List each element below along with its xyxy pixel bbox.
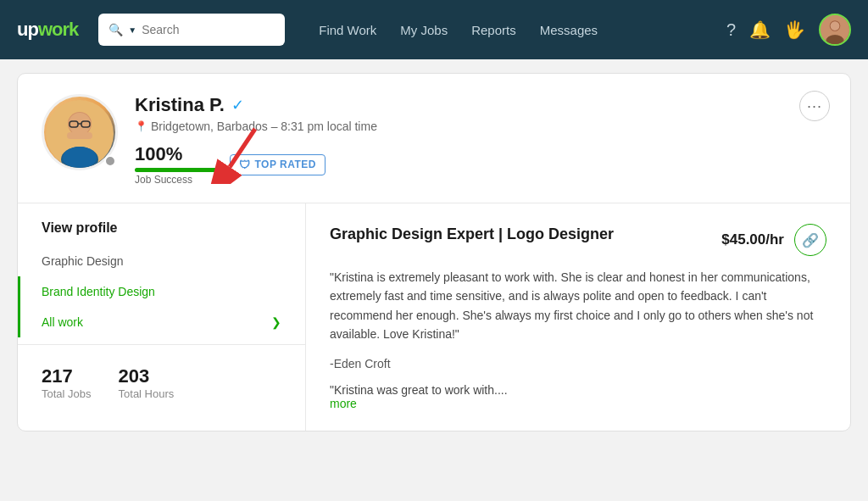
rate-link-row: $45.00/hr 🔗 bbox=[721, 224, 826, 256]
profile-right: Graphic Design Expert | Logo Designer $4… bbox=[306, 203, 850, 431]
job-success-progress-bar bbox=[135, 168, 220, 172]
cursor-button[interactable]: 🖐 bbox=[784, 19, 805, 40]
profile-card: Kristina P. ✓ 📍 Bridgetown, Barbados – 8… bbox=[17, 73, 851, 431]
total-hours-number: 203 bbox=[119, 365, 175, 387]
job-success-percent: 100% bbox=[135, 143, 220, 165]
chevron-right-icon: ❯ bbox=[271, 315, 281, 329]
search-bar[interactable]: 🔍 ▼ bbox=[98, 14, 285, 46]
help-button[interactable]: ? bbox=[726, 20, 736, 40]
job-success-row: 100% Job Success 🛡 TOP RATED bbox=[135, 143, 826, 186]
total-jobs-stat: 217 Total Jobs bbox=[42, 365, 92, 400]
reviewer-name: -Eden Croft bbox=[330, 354, 826, 373]
total-hours-stat: 203 Total Hours bbox=[119, 365, 175, 400]
profile-avatar-image bbox=[46, 100, 114, 168]
profile-link-button[interactable]: 🔗 bbox=[794, 224, 826, 256]
nav-link-messages[interactable]: Messages bbox=[530, 16, 608, 44]
sidebar-item-all-work[interactable]: All work ❯ bbox=[18, 307, 305, 337]
verified-badge: ✓ bbox=[231, 96, 244, 114]
help-icon: ? bbox=[726, 20, 736, 40]
svg-point-10 bbox=[63, 147, 97, 168]
profile-name-row: Kristina P. ✓ bbox=[135, 94, 826, 116]
location-pin-icon: 📍 bbox=[135, 120, 147, 132]
svg-point-3 bbox=[831, 21, 840, 31]
sidebar-divider bbox=[18, 344, 305, 345]
search-input[interactable] bbox=[142, 23, 277, 36]
total-jobs-label: Total Jobs bbox=[42, 387, 92, 400]
user-avatar[interactable] bbox=[819, 14, 851, 46]
total-hours-label: Total Hours bbox=[119, 387, 175, 400]
profile-sidebar: View profile Graphic Design Brand Identi… bbox=[18, 203, 306, 431]
more-options-button[interactable]: ··· bbox=[799, 91, 830, 121]
view-profile-title: View profile bbox=[18, 203, 305, 246]
sidebar-item-graphic-design[interactable]: Graphic Design bbox=[18, 246, 305, 276]
top-rated-badge: 🛡 TOP RATED bbox=[230, 154, 326, 175]
total-jobs-number: 217 bbox=[42, 365, 92, 387]
job-title: Graphic Design Expert | Logo Designer bbox=[330, 224, 614, 245]
search-dropdown-icon: ▼ bbox=[128, 25, 136, 35]
sidebar-stats: 217 Total Jobs 203 Total Hours bbox=[18, 352, 305, 414]
svg-rect-9 bbox=[67, 132, 92, 139]
progress-bar-fill bbox=[135, 168, 220, 172]
review-text-1: "Kristina is extremely pleasant to work … bbox=[330, 268, 826, 344]
nav-icons: ? 🔔 🖐 bbox=[726, 14, 851, 46]
bell-icon: 🔔 bbox=[749, 19, 771, 40]
more-link[interactable]: more bbox=[330, 397, 357, 410]
nav-links: Find Work My Jobs Reports Messages bbox=[309, 16, 608, 44]
all-work-label: All work bbox=[42, 315, 83, 329]
cursor-icon: 🖐 bbox=[784, 19, 805, 40]
job-title-row: Graphic Design Expert | Logo Designer $4… bbox=[330, 224, 826, 256]
profile-avatar-wrap bbox=[42, 94, 118, 170]
avatar-image bbox=[821, 14, 849, 46]
profile-info: Kristina P. ✓ 📍 Bridgetown, Barbados – 8… bbox=[135, 94, 826, 186]
profile-location: 📍 Bridgetown, Barbados – 8:31 pm local t… bbox=[135, 120, 826, 133]
svg-point-4 bbox=[826, 35, 843, 46]
online-status-dot bbox=[104, 155, 116, 167]
profile-name: Kristina P. bbox=[135, 94, 225, 116]
hourly-rate: $45.00/hr bbox=[721, 231, 784, 248]
job-success-block: 100% Job Success bbox=[135, 143, 220, 186]
sidebar-item-brand-identity[interactable]: Brand Identity Design bbox=[18, 276, 305, 307]
profile-body: View profile Graphic Design Brand Identi… bbox=[18, 203, 850, 431]
job-success-label: Job Success bbox=[135, 174, 220, 186]
profile-header: Kristina P. ✓ 📍 Bridgetown, Barbados – 8… bbox=[18, 74, 850, 203]
navbar: upwork 🔍 ▼ Find Work My Jobs Reports Mes… bbox=[0, 0, 868, 59]
nav-link-reports[interactable]: Reports bbox=[461, 16, 526, 44]
nav-link-find-work[interactable]: Find Work bbox=[309, 16, 387, 44]
search-icon: 🔍 bbox=[108, 23, 123, 36]
location-text: Bridgetown, Barbados – 8:31 pm local tim… bbox=[151, 120, 377, 133]
main-content: Kristina P. ✓ 📍 Bridgetown, Barbados – 8… bbox=[0, 59, 868, 445]
top-rated-label: TOP RATED bbox=[255, 159, 317, 170]
nav-link-my-jobs[interactable]: My Jobs bbox=[390, 16, 458, 44]
upwork-logo[interactable]: upwork bbox=[17, 19, 78, 41]
shield-icon: 🛡 bbox=[239, 159, 251, 171]
notifications-button[interactable]: 🔔 bbox=[749, 19, 771, 40]
review-text-2: "Kristina was great to work with.... mor… bbox=[330, 383, 826, 410]
